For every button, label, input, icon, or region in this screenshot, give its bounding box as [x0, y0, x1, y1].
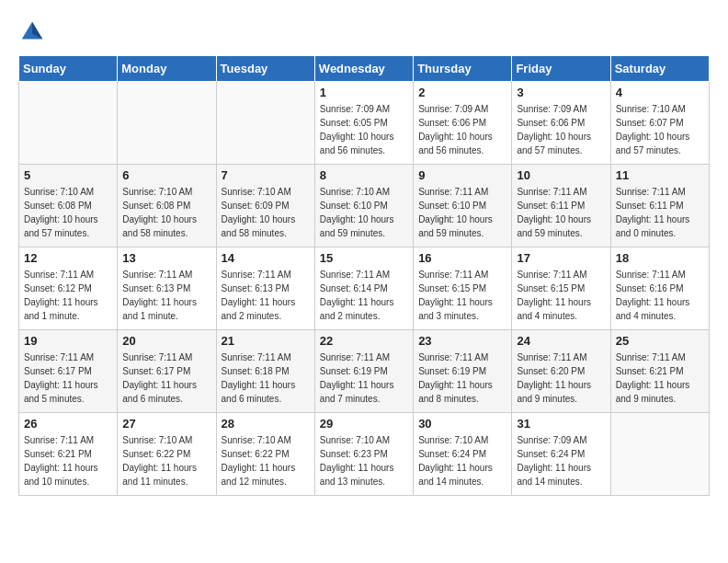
day-number: 14 — [222, 251, 310, 265]
day-info: Sunrise: 7:11 AMSunset: 6:12 PMDaylight:… — [24, 268, 112, 323]
day-number: 9 — [418, 168, 506, 182]
day-info: Sunrise: 7:09 AMSunset: 6:06 PMDaylight:… — [517, 102, 605, 157]
day-info: Sunrise: 7:11 AMSunset: 6:17 PMDaylight:… — [122, 350, 210, 406]
day-number: 23 — [418, 334, 506, 348]
calendar-cell: 9Sunrise: 7:11 AMSunset: 6:10 PMDaylight… — [414, 165, 512, 247]
calendar-cell: 15Sunrise: 7:11 AMSunset: 6:14 PMDayligh… — [314, 247, 413, 330]
day-info: Sunrise: 7:10 AMSunset: 6:23 PMDaylight:… — [320, 433, 408, 488]
day-number: 30 — [418, 417, 506, 431]
calendar-cell: 5Sunrise: 7:10 AMSunset: 6:08 PMDaylight… — [19, 165, 118, 247]
day-number: 29 — [320, 417, 408, 431]
day-info: Sunrise: 7:11 AMSunset: 6:11 PMDaylight:… — [517, 185, 605, 240]
day-header-tuesday: Tuesday — [216, 56, 314, 82]
calendar-cell: 16Sunrise: 7:11 AMSunset: 6:15 PMDayligh… — [414, 247, 512, 330]
day-number: 25 — [616, 334, 704, 348]
day-header-monday: Monday — [118, 56, 216, 82]
calendar-cell: 10Sunrise: 7:11 AMSunset: 6:11 PMDayligh… — [512, 165, 610, 247]
day-number: 5 — [24, 168, 112, 182]
day-info: Sunrise: 7:11 AMSunset: 6:20 PMDaylight:… — [517, 350, 605, 406]
calendar-cell: 17Sunrise: 7:11 AMSunset: 6:15 PMDayligh… — [512, 247, 610, 330]
calendar-cell: 12Sunrise: 7:11 AMSunset: 6:12 PMDayligh… — [19, 247, 118, 330]
day-info: Sunrise: 7:11 AMSunset: 6:16 PMDaylight:… — [616, 268, 704, 323]
page-header — [18, 18, 710, 46]
calendar-cell: 25Sunrise: 7:11 AMSunset: 6:21 PMDayligh… — [610, 330, 709, 413]
day-info: Sunrise: 7:11 AMSunset: 6:10 PMDaylight:… — [418, 185, 506, 240]
day-info: Sunrise: 7:09 AMSunset: 6:06 PMDaylight:… — [418, 102, 506, 157]
calendar-cell: 26Sunrise: 7:11 AMSunset: 6:21 PMDayligh… — [19, 413, 118, 496]
calendar-cell: 28Sunrise: 7:10 AMSunset: 6:22 PMDayligh… — [216, 413, 314, 496]
day-info: Sunrise: 7:11 AMSunset: 6:21 PMDaylight:… — [616, 350, 704, 406]
day-info: Sunrise: 7:10 AMSunset: 6:08 PMDaylight:… — [122, 185, 210, 240]
day-number: 3 — [517, 86, 605, 99]
day-info: Sunrise: 7:11 AMSunset: 6:17 PMDaylight:… — [24, 350, 112, 406]
calendar-cell: 7Sunrise: 7:10 AMSunset: 6:09 PMDaylight… — [216, 165, 314, 247]
day-info: Sunrise: 7:10 AMSunset: 6:09 PMDaylight:… — [222, 185, 310, 240]
day-info: Sunrise: 7:11 AMSunset: 6:19 PMDaylight:… — [418, 350, 506, 406]
day-number: 2 — [418, 86, 506, 99]
day-info: Sunrise: 7:10 AMSunset: 6:22 PMDaylight:… — [122, 433, 210, 488]
day-number: 16 — [418, 251, 506, 265]
day-number: 13 — [122, 251, 210, 265]
calendar-cell — [118, 82, 216, 165]
calendar-cell: 2Sunrise: 7:09 AMSunset: 6:06 PMDaylight… — [414, 82, 512, 165]
calendar-cell: 14Sunrise: 7:11 AMSunset: 6:13 PMDayligh… — [216, 247, 314, 330]
calendar-cell: 8Sunrise: 7:10 AMSunset: 6:10 PMDaylight… — [314, 165, 413, 247]
week-row-4: 19Sunrise: 7:11 AMSunset: 6:17 PMDayligh… — [19, 330, 710, 413]
day-number: 18 — [616, 251, 704, 265]
calendar-cell: 19Sunrise: 7:11 AMSunset: 6:17 PMDayligh… — [19, 330, 118, 413]
calendar-cell: 1Sunrise: 7:09 AMSunset: 6:05 PMDaylight… — [314, 82, 413, 165]
calendar-cell: 11Sunrise: 7:11 AMSunset: 6:11 PMDayligh… — [610, 165, 709, 247]
calendar-cell — [610, 413, 709, 496]
day-header-wednesday: Wednesday — [314, 56, 413, 82]
logo-icon — [18, 18, 46, 46]
day-info: Sunrise: 7:11 AMSunset: 6:19 PMDaylight:… — [320, 350, 408, 406]
calendar-cell: 6Sunrise: 7:10 AMSunset: 6:08 PMDaylight… — [118, 165, 216, 247]
day-info: Sunrise: 7:10 AMSunset: 6:10 PMDaylight:… — [320, 185, 408, 240]
day-info: Sunrise: 7:10 AMSunset: 6:24 PMDaylight:… — [418, 433, 506, 488]
day-info: Sunrise: 7:09 AMSunset: 6:24 PMDaylight:… — [517, 433, 605, 488]
day-number: 26 — [24, 417, 112, 431]
calendar-cell: 27Sunrise: 7:10 AMSunset: 6:22 PMDayligh… — [118, 413, 216, 496]
day-header-sunday: Sunday — [19, 56, 118, 82]
day-number: 15 — [320, 251, 408, 265]
day-info: Sunrise: 7:11 AMSunset: 6:13 PMDaylight:… — [122, 268, 210, 323]
day-number: 28 — [222, 417, 310, 431]
calendar-cell — [216, 82, 314, 165]
day-number: 20 — [122, 334, 210, 348]
calendar-cell: 21Sunrise: 7:11 AMSunset: 6:18 PMDayligh… — [216, 330, 314, 413]
week-row-3: 12Sunrise: 7:11 AMSunset: 6:12 PMDayligh… — [19, 247, 710, 330]
day-number: 12 — [24, 251, 112, 265]
day-header-thursday: Thursday — [414, 56, 512, 82]
day-info: Sunrise: 7:11 AMSunset: 6:11 PMDaylight:… — [616, 185, 704, 240]
week-row-5: 26Sunrise: 7:11 AMSunset: 6:21 PMDayligh… — [19, 413, 710, 496]
day-number: 10 — [517, 168, 605, 182]
day-number: 17 — [517, 251, 605, 265]
week-row-1: 1Sunrise: 7:09 AMSunset: 6:05 PMDaylight… — [19, 82, 710, 165]
calendar-cell: 29Sunrise: 7:10 AMSunset: 6:23 PMDayligh… — [314, 413, 413, 496]
calendar-cell: 30Sunrise: 7:10 AMSunset: 6:24 PMDayligh… — [414, 413, 512, 496]
day-number: 6 — [122, 168, 210, 182]
day-number: 8 — [320, 168, 408, 182]
day-number: 19 — [24, 334, 112, 348]
day-info: Sunrise: 7:09 AMSunset: 6:05 PMDaylight:… — [320, 102, 408, 157]
day-number: 11 — [616, 168, 704, 182]
day-number: 27 — [122, 417, 210, 431]
week-row-2: 5Sunrise: 7:10 AMSunset: 6:08 PMDaylight… — [19, 165, 710, 247]
calendar-cell: 20Sunrise: 7:11 AMSunset: 6:17 PMDayligh… — [118, 330, 216, 413]
calendar-cell: 3Sunrise: 7:09 AMSunset: 6:06 PMDaylight… — [512, 82, 610, 165]
calendar-cell: 22Sunrise: 7:11 AMSunset: 6:19 PMDayligh… — [314, 330, 413, 413]
calendar-cell: 13Sunrise: 7:11 AMSunset: 6:13 PMDayligh… — [118, 247, 216, 330]
calendar-cell: 24Sunrise: 7:11 AMSunset: 6:20 PMDayligh… — [512, 330, 610, 413]
day-number: 1 — [320, 86, 408, 99]
calendar-cell: 23Sunrise: 7:11 AMSunset: 6:19 PMDayligh… — [414, 330, 512, 413]
day-info: Sunrise: 7:11 AMSunset: 6:15 PMDaylight:… — [418, 268, 506, 323]
day-header-saturday: Saturday — [610, 56, 709, 82]
calendar-cell: 18Sunrise: 7:11 AMSunset: 6:16 PMDayligh… — [610, 247, 709, 330]
day-number: 24 — [517, 334, 605, 348]
day-info: Sunrise: 7:10 AMSunset: 6:08 PMDaylight:… — [24, 185, 112, 240]
day-info: Sunrise: 7:11 AMSunset: 6:18 PMDaylight:… — [222, 350, 310, 406]
day-info: Sunrise: 7:10 AMSunset: 6:07 PMDaylight:… — [616, 102, 704, 157]
day-info: Sunrise: 7:11 AMSunset: 6:14 PMDaylight:… — [320, 268, 408, 323]
calendar-cell: 4Sunrise: 7:10 AMSunset: 6:07 PMDaylight… — [610, 82, 709, 165]
day-number: 7 — [222, 168, 310, 182]
